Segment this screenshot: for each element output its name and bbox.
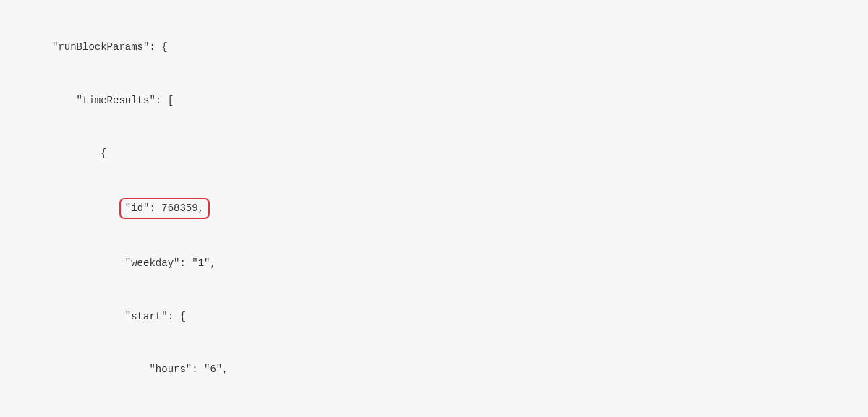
code-line: "hours": "6",	[0, 361, 868, 379]
code-text: "runBlockParams": {	[52, 41, 168, 53]
indent	[52, 202, 125, 214]
code-text: "weekday": "1",	[52, 257, 216, 269]
code-text: "id": 768359,	[125, 202, 204, 214]
code-text: "timeResults": [	[52, 95, 174, 106]
code-text: {	[52, 147, 107, 159]
code-line: "weekday": "1",	[0, 254, 868, 272]
highlight-box-id: "id": 768359,	[119, 198, 210, 220]
json-code-block: "runBlockParams": { "timeResults": [ { "…	[0, 0, 868, 417]
code-text: "start": {	[52, 311, 186, 322]
code-text: "hours": "6",	[52, 364, 229, 375]
code-line: "minutes": "00"	[0, 414, 868, 418]
code-line: "id": 768359,	[0, 198, 868, 220]
code-line: "runBlockParams": {	[0, 38, 868, 56]
code-line: {	[0, 145, 868, 163]
code-line: "timeResults": [	[0, 92, 868, 110]
code-line: "start": {	[0, 308, 868, 326]
